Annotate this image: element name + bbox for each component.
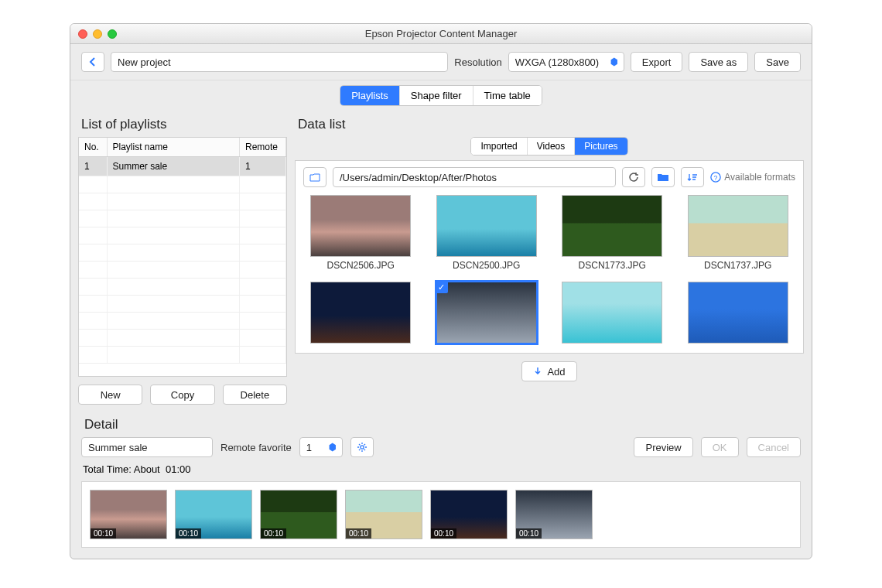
resolution-value: WXGA (1280x800) (515, 56, 599, 68)
back-button[interactable] (81, 52, 104, 72)
path-input[interactable] (333, 167, 616, 187)
minimize-icon[interactable] (93, 29, 102, 39)
cell-no: 1 (79, 157, 107, 176)
table-row[interactable] (79, 176, 286, 193)
timeline-item[interactable]: 00:10 (430, 490, 508, 539)
resolution-select[interactable]: WXGA (1280x800) (508, 52, 624, 72)
project-name-input[interactable] (111, 52, 448, 72)
refresh-icon (628, 172, 639, 183)
timeline-item[interactable]: 00:10 (345, 490, 422, 539)
gear-icon (357, 442, 368, 453)
thumbnail[interactable]: DSCN2500.JPG (429, 195, 545, 271)
thumbnail[interactable] (681, 282, 796, 344)
thumbnail[interactable]: DSCN1737.JPG (681, 195, 796, 271)
col-no: No. (79, 138, 107, 157)
add-row: Add (295, 361, 804, 381)
data-list-tabs: Imported Videos Pictures (470, 137, 627, 156)
main-tabs-row: Playlists Shape filter Time table (70, 80, 812, 111)
up-folder-button[interactable] (303, 167, 326, 187)
tab-imported[interactable]: Imported (471, 138, 527, 155)
table-row[interactable] (79, 262, 286, 279)
duration-label: 00:10 (261, 528, 286, 538)
tab-videos[interactable]: Videos (528, 138, 575, 155)
thumbnail-image (436, 195, 537, 257)
thumbnail[interactable] (303, 282, 419, 344)
resolution-label: Resolution (454, 56, 501, 68)
total-time-value: 01:00 (166, 463, 191, 475)
cell-name: Summer sale (107, 157, 240, 176)
total-time: Total Time: About 01:00 (83, 463, 801, 475)
thumbnail-image (688, 282, 788, 344)
add-label: Add (547, 366, 565, 378)
timeline-item[interactable]: 00:10 (515, 490, 593, 539)
thumbnail[interactable]: DSCN1773.JPG (555, 195, 670, 271)
thumbnail-name: DSCN2506.JPG (327, 260, 395, 271)
table-row[interactable] (79, 244, 286, 262)
table-row[interactable]: 1Summer sale1 (79, 157, 286, 176)
tab-shape-filter[interactable]: Shape filter (400, 86, 473, 105)
remote-favorite-select[interactable]: 1 (299, 437, 343, 457)
timeline: 00:1000:1000:1000:1000:1000:10 (81, 481, 801, 548)
available-formats-link[interactable]: ? Available formats (710, 172, 795, 183)
timeline-item[interactable]: 00:10 (175, 490, 252, 539)
thumbnails-grid: DSCN2506.JPGDSCN2500.JPGDSCN1773.JPGDSCN… (303, 195, 795, 344)
detail-name-input[interactable] (81, 437, 213, 457)
ok-button[interactable]: OK (701, 437, 739, 457)
cell-remote: 1 (240, 157, 286, 176)
settings-button[interactable] (350, 437, 374, 457)
data-list-title: Data list (298, 117, 804, 132)
table-row[interactable] (79, 347, 286, 364)
refresh-button[interactable] (622, 167, 645, 187)
thumbnail-name: DSCN1773.JPG (579, 260, 646, 271)
table-row[interactable] (79, 227, 286, 244)
tab-playlists[interactable]: Playlists (340, 86, 400, 105)
available-formats-label: Available formats (724, 172, 795, 183)
thumbnail-image (688, 195, 788, 257)
main-tabs: Playlists Shape filter Time table (340, 85, 542, 106)
table-row[interactable] (79, 210, 286, 227)
save-as-button[interactable]: Save as (689, 52, 748, 72)
duration-label: 00:10 (176, 528, 201, 538)
copy-button[interactable]: Copy (150, 385, 214, 405)
new-button[interactable]: New (78, 385, 142, 405)
data-list-box: ? Available formats DSCN2506.JPGDSCN2500… (295, 160, 804, 354)
playlist-buttons: New Copy Delete (78, 385, 287, 405)
table-row[interactable] (79, 330, 286, 347)
preview-button[interactable]: Preview (634, 437, 692, 457)
table-row[interactable] (79, 296, 286, 313)
playlists-table: No. Playlist name Remote 1Summer sale1 (78, 137, 287, 377)
thumbnail[interactable]: DSCN2506.JPG (303, 195, 419, 271)
sort-icon (687, 173, 698, 182)
table-row[interactable] (79, 193, 286, 210)
delete-button[interactable]: Delete (223, 385, 287, 405)
up-folder-icon (309, 173, 320, 182)
save-button[interactable]: Save (754, 52, 801, 72)
duration-label: 00:10 (91, 528, 116, 538)
table-row[interactable] (79, 279, 286, 296)
tab-pictures[interactable]: Pictures (575, 138, 627, 155)
table-row[interactable] (79, 313, 286, 330)
detail-title: Detail (84, 417, 801, 432)
remote-favorite-label: Remote favorite (220, 442, 292, 453)
remote-favorite-value: 1 (306, 442, 312, 453)
thumbnail[interactable] (555, 282, 670, 344)
thumbnail[interactable] (429, 282, 545, 344)
maximize-icon[interactable] (108, 29, 117, 39)
browse-button[interactable] (651, 167, 675, 187)
detail-row-1: Remote favorite 1 Preview OK Cancel (81, 437, 801, 457)
thumbnail-image (562, 195, 662, 257)
traffic-lights (70, 29, 117, 39)
col-name: Playlist name (107, 138, 240, 157)
timeline-item[interactable]: 00:10 (90, 490, 167, 539)
playlists-panel: List of playlists No. Playlist name Remo… (78, 115, 287, 405)
thumbnail-name: DSCN1737.JPG (704, 260, 771, 271)
toolbar: Resolution WXGA (1280x800) Export Save a… (70, 44, 812, 80)
tab-time-table[interactable]: Time table (473, 86, 542, 105)
sort-button[interactable] (681, 167, 704, 187)
timeline-item[interactable]: 00:10 (260, 490, 337, 539)
close-icon[interactable] (78, 29, 87, 39)
add-button[interactable]: Add (521, 361, 576, 381)
main-area: List of playlists No. Playlist name Remo… (70, 111, 812, 412)
export-button[interactable]: Export (631, 52, 683, 72)
cancel-button[interactable]: Cancel (747, 437, 801, 457)
